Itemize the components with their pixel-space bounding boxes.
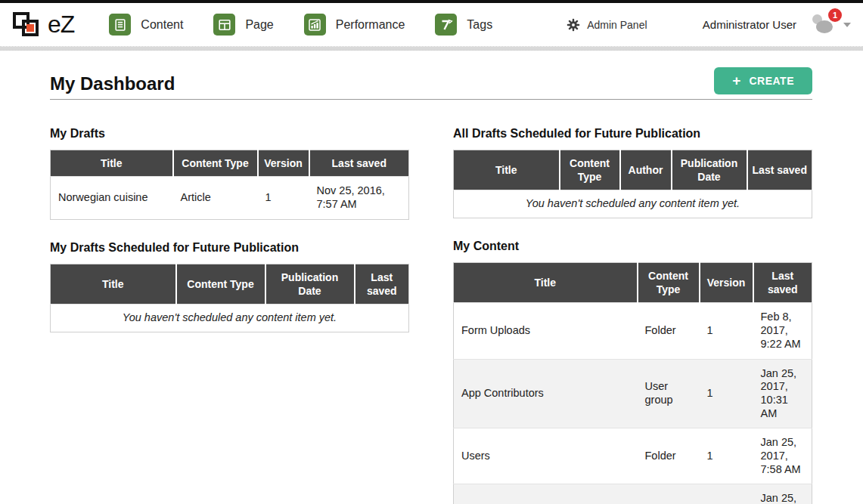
admin-panel-button[interactable]: Admin Panel bbox=[567, 18, 647, 32]
left-column: My Drafts TitleContent TypeVersionLast s… bbox=[50, 127, 408, 332]
table-cell: 1 bbox=[258, 177, 309, 219]
empty-state-message: You haven't scheduled any content item y… bbox=[454, 190, 812, 218]
column-header: Content Type bbox=[560, 150, 620, 190]
nav-label-tags: Tags bbox=[467, 18, 492, 32]
table-cell: App Contributors bbox=[454, 359, 638, 428]
user-avatar[interactable]: 1 bbox=[809, 14, 836, 36]
section-title-my-drafts-scheduled: My Drafts Scheduled for Future Publicati… bbox=[50, 241, 408, 255]
notification-badge[interactable]: 1 bbox=[828, 8, 842, 22]
table-cell: 1 bbox=[700, 359, 753, 428]
table-header-row: TitleContent TypeVersionLast saved bbox=[51, 150, 409, 177]
user-name: Administrator User bbox=[703, 18, 796, 31]
column-header: Content Type bbox=[176, 264, 265, 304]
plus-icon: + bbox=[732, 76, 740, 86]
all-drafts-scheduled-section: All Drafts Scheduled for Future Publicat… bbox=[453, 127, 812, 218]
empty-state-row: You haven't scheduled any content item y… bbox=[51, 304, 409, 332]
create-button[interactable]: + CREATE bbox=[714, 67, 812, 94]
column-header: Title bbox=[454, 150, 560, 190]
column-header: Last saved bbox=[355, 264, 409, 304]
table-cell: 1 bbox=[700, 484, 753, 504]
nav-item-tags[interactable]: Tags bbox=[435, 14, 492, 36]
table-cell: Users bbox=[454, 428, 638, 484]
nav-item-performance[interactable]: Performance bbox=[304, 14, 405, 36]
my-drafts-scheduled-section: My Drafts Scheduled for Future Publicati… bbox=[50, 241, 408, 332]
dashboard-main: My Dashboard + CREATE My Drafts TitleCon… bbox=[0, 67, 863, 504]
column-header: Publication Date bbox=[265, 264, 355, 304]
column-header: Title bbox=[454, 263, 638, 303]
table-cell: Feb 8, 2017, 9:22 AM bbox=[753, 303, 812, 359]
empty-state-row: You haven't scheduled any content item y… bbox=[454, 190, 812, 218]
column-header: Publication Date bbox=[672, 150, 747, 190]
my-drafts-scheduled-table: TitleContent TypePublication DateLast sa… bbox=[50, 264, 409, 332]
tags-icon bbox=[435, 14, 457, 36]
my-drafts-table: TitleContent TypeVersionLast saved Norwe… bbox=[50, 150, 409, 220]
table-cell: Folder bbox=[638, 484, 700, 504]
table-row[interactable]: AppFolder1Jan 25, 2017, 7:55 AM bbox=[454, 484, 812, 504]
section-title-all-drafts-scheduled: All Drafts Scheduled for Future Publicat… bbox=[453, 127, 812, 141]
column-header: Content Type bbox=[638, 263, 700, 303]
table-row[interactable]: Norwegian cuisineArticle1Nov 25, 2016, 7… bbox=[51, 177, 409, 219]
column-header: Title bbox=[51, 150, 173, 177]
user-area: Administrator User 1 bbox=[703, 14, 851, 36]
section-title-my-drafts: My Drafts bbox=[50, 127, 408, 141]
table-cell: Jan 25, 2017, 7:55 AM bbox=[753, 484, 812, 504]
nav-label-content: Content bbox=[141, 18, 183, 32]
nav-label-performance: Performance bbox=[336, 18, 405, 32]
column-header: Title bbox=[51, 264, 176, 304]
table-cell: Nov 25, 2016, 7:57 AM bbox=[309, 177, 409, 219]
nav-label-page: Page bbox=[245, 18, 273, 32]
page-title: My Dashboard bbox=[50, 73, 175, 94]
table-cell: Norwegian cuisine bbox=[51, 177, 173, 219]
column-header: Last saved bbox=[753, 263, 812, 303]
column-header: Author bbox=[620, 150, 672, 190]
page-header: My Dashboard + CREATE bbox=[50, 67, 812, 100]
column-header: Last saved bbox=[747, 150, 812, 190]
content-icon bbox=[109, 14, 131, 36]
table-row[interactable]: App ContributorsUser group1Jan 25, 2017,… bbox=[454, 359, 812, 428]
navbar-shadow bbox=[0, 47, 863, 51]
admin-panel-label: Admin Panel bbox=[587, 19, 647, 31]
top-navbar: eZ Content Page bbox=[0, 3, 863, 47]
user-menu-caret-icon[interactable] bbox=[843, 23, 851, 27]
table-row[interactable]: Form UploadsFolder1Feb 8, 2017, 9:22 AM bbox=[454, 303, 812, 359]
nav-item-page[interactable]: Page bbox=[213, 14, 273, 36]
logo-text: eZ bbox=[48, 11, 74, 39]
nav-item-content[interactable]: Content bbox=[109, 14, 183, 36]
table-cell: Jan 25, 2017, 7:58 AM bbox=[753, 428, 812, 484]
page-icon bbox=[213, 14, 235, 36]
column-header: Last saved bbox=[309, 150, 409, 177]
gear-icon bbox=[567, 18, 580, 32]
column-header: Content Type bbox=[173, 150, 258, 177]
table-header-row: TitleContent TypePublication DateLast sa… bbox=[51, 264, 409, 304]
table-header-row: TitleContent TypeVersionLast saved bbox=[454, 263, 812, 303]
performance-icon bbox=[304, 14, 326, 36]
table-cell: 1 bbox=[700, 303, 753, 359]
table-header-row: TitleContent TypeAuthorPublication DateL… bbox=[454, 150, 812, 190]
empty-state-message: You haven't scheduled any content item y… bbox=[51, 304, 409, 332]
dashboard-grid: My Drafts TitleContent TypeVersionLast s… bbox=[50, 127, 812, 504]
table-cell: User group bbox=[638, 359, 700, 428]
my-drafts-section: My Drafts TitleContent TypeVersionLast s… bbox=[50, 127, 408, 220]
ez-logo[interactable]: eZ bbox=[12, 11, 74, 39]
column-header: Version bbox=[258, 150, 309, 177]
table-cell: App bbox=[454, 484, 638, 504]
table-cell: Folder bbox=[638, 303, 700, 359]
table-row[interactable]: UsersFolder1Jan 25, 2017, 7:58 AM bbox=[454, 428, 812, 484]
table-cell: Folder bbox=[638, 428, 700, 484]
table-cell: Jan 25, 2017, 10:31 AM bbox=[753, 359, 812, 428]
main-navigation: Content Page bbox=[109, 14, 523, 36]
right-column: All Drafts Scheduled for Future Publicat… bbox=[453, 127, 812, 504]
table-cell: Form Uploads bbox=[454, 303, 638, 359]
table-cell: Article bbox=[173, 177, 258, 219]
table-cell: 1 bbox=[700, 428, 753, 484]
my-content-table: TitleContent TypeVersionLast saved Form … bbox=[453, 262, 812, 504]
all-drafts-scheduled-table: TitleContent TypeAuthorPublication DateL… bbox=[453, 150, 812, 218]
column-header: Version bbox=[700, 263, 753, 303]
section-title-my-content: My Content bbox=[453, 240, 812, 253]
my-content-section: My Content TitleContent TypeVersionLast … bbox=[453, 240, 812, 504]
ez-logo-icon bbox=[12, 11, 41, 39]
